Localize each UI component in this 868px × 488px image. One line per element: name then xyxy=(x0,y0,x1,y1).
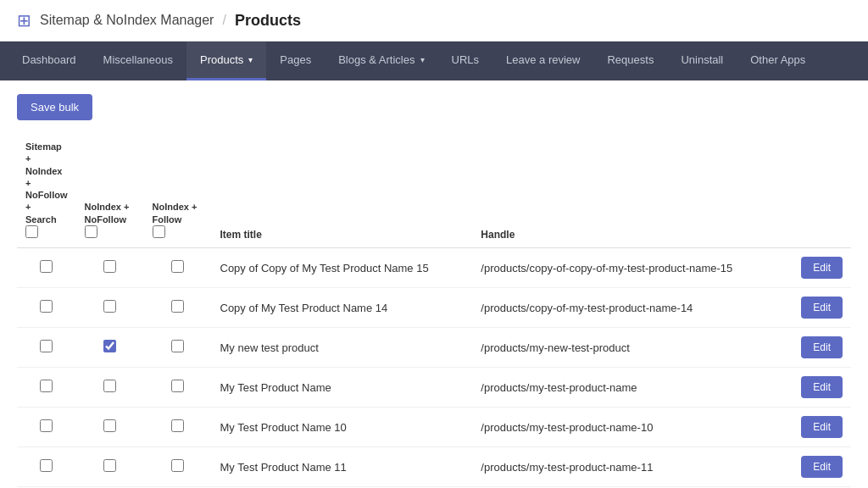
breadcrumb-separator: / xyxy=(222,13,225,28)
row-item-title: My Test Product Name 10 xyxy=(212,408,473,447)
row-col3-checkbox[interactable] xyxy=(171,260,184,273)
table-row: Copy of Copy of My Test Product Name 15/… xyxy=(17,248,851,288)
row-col1-checkbox[interactable] xyxy=(40,380,53,392)
nav-uninstall[interactable]: Uninstall xyxy=(667,42,737,80)
table-row: My Test Product Name 11/products/my-test… xyxy=(17,447,851,487)
th-col3: NoIndex +Follow xyxy=(144,134,212,248)
table-header-row: Sitemap +NoIndex +NoFollow +Search NoInd… xyxy=(17,134,851,248)
row-col1-checkbox[interactable] xyxy=(40,300,53,313)
table-body: Copy of Copy of My Test Product Name 15/… xyxy=(17,248,851,488)
row-item-title: My new test product xyxy=(212,328,473,368)
table-row: My new test product/products/my-new-test… xyxy=(17,328,851,368)
app-icon: ⊞ xyxy=(17,10,31,30)
row-item-title: My Test Product Name xyxy=(212,368,473,408)
app-name: Sitemap & NoIndex Manager xyxy=(40,13,214,28)
products-dropdown-arrow: ▾ xyxy=(248,55,253,64)
select-all-col2[interactable] xyxy=(85,225,97,238)
row-col1-checkbox[interactable] xyxy=(40,459,53,472)
row-col3-checkbox[interactable] xyxy=(171,380,184,392)
nav-pages[interactable]: Pages xyxy=(266,42,325,80)
table-row: My Test Product Name/products/my-test-pr… xyxy=(17,368,851,408)
row-col2-checkbox[interactable] xyxy=(103,260,116,273)
select-all-col3[interactable] xyxy=(153,225,165,238)
row-col1-checkbox[interactable] xyxy=(40,340,53,352)
blogs-dropdown-arrow: ▾ xyxy=(420,55,425,64)
row-handle: /products/copy-of-my-test-product-name-1… xyxy=(472,288,783,328)
row-col2-checkbox[interactable] xyxy=(103,340,116,352)
edit-button[interactable]: Edit xyxy=(801,257,843,279)
select-all-col1[interactable] xyxy=(25,225,38,238)
table-row: My Test Product Name 10/products/my-test… xyxy=(17,408,851,447)
nav-dashboard[interactable]: Dashboard xyxy=(8,42,90,80)
page-title: Products xyxy=(235,12,301,30)
save-bulk-button[interactable]: Save bulk xyxy=(17,94,92,120)
row-col2-checkbox[interactable] xyxy=(103,300,116,313)
th-col1: Sitemap +NoIndex +NoFollow +Search xyxy=(17,134,76,248)
app-header: ⊞ Sitemap & NoIndex Manager / Products xyxy=(0,0,868,42)
nav-requests[interactable]: Requests xyxy=(593,42,667,80)
nav-miscellaneous[interactable]: Miscellaneous xyxy=(90,42,186,80)
row-handle: /products/my-test-product-name-10 xyxy=(472,408,783,447)
nav-blogs-articles[interactable]: Blogs & Articles ▾ xyxy=(325,42,437,80)
row-col3-checkbox[interactable] xyxy=(171,459,184,472)
row-col3-checkbox[interactable] xyxy=(171,419,184,432)
row-item-title: Copy of My Test Product Name 14 xyxy=(212,288,473,328)
nav-other-apps[interactable]: Other Apps xyxy=(737,42,819,80)
row-col1-checkbox[interactable] xyxy=(40,260,53,273)
edit-button[interactable]: Edit xyxy=(801,297,843,319)
edit-button[interactable]: Edit xyxy=(801,336,843,358)
edit-button[interactable]: Edit xyxy=(801,416,843,438)
th-item-title: Item title xyxy=(212,134,473,248)
row-handle: /products/my-new-test-product xyxy=(472,328,783,368)
th-handle: Handle xyxy=(472,134,783,248)
nav-urls[interactable]: URLs xyxy=(438,42,493,80)
nav-leave-review[interactable]: Leave a review xyxy=(492,42,593,80)
edit-button[interactable]: Edit xyxy=(801,376,843,398)
row-col3-checkbox[interactable] xyxy=(171,300,184,313)
row-item-title: Copy of Copy of My Test Product Name 15 xyxy=(212,248,473,288)
main-content: Save bulk Sitemap +NoIndex +NoFollow +Se… xyxy=(0,80,868,488)
th-col2: NoIndex +NoFollow xyxy=(76,134,144,248)
row-col2-checkbox[interactable] xyxy=(103,459,116,472)
row-item-title: My Test Product Name 11 xyxy=(212,447,473,487)
edit-button[interactable]: Edit xyxy=(801,456,843,478)
row-col2-checkbox[interactable] xyxy=(103,380,116,392)
table-row: Copy of My Test Product Name 14/products… xyxy=(17,288,851,328)
row-handle: /products/my-test-product-name-11 xyxy=(472,447,783,487)
row-col1-checkbox[interactable] xyxy=(40,419,53,432)
nav-bar: Dashboard Miscellaneous Products ▾ Pages… xyxy=(0,42,868,80)
products-table: Sitemap +NoIndex +NoFollow +Search NoInd… xyxy=(17,134,851,488)
row-handle: /products/my-test-product-name xyxy=(472,368,783,408)
row-col2-checkbox[interactable] xyxy=(103,419,116,432)
nav-products[interactable]: Products ▾ xyxy=(186,42,266,80)
row-col3-checkbox[interactable] xyxy=(171,340,184,352)
row-handle: /products/copy-of-copy-of-my-test-produc… xyxy=(472,248,783,288)
th-action xyxy=(783,134,851,248)
